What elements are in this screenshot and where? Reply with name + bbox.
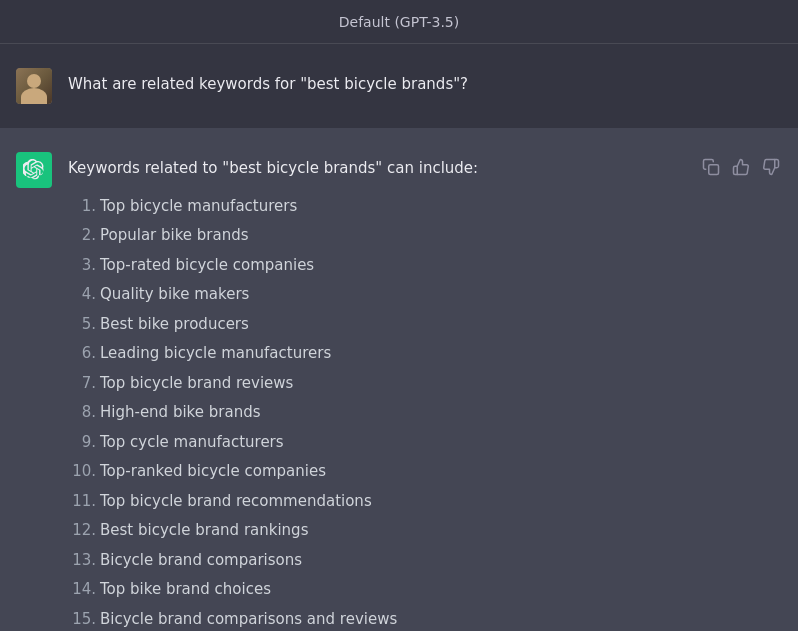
thumbs-up-icon	[732, 158, 750, 176]
header-bar: Default (GPT-3.5)	[0, 0, 798, 44]
list-item: 10.Top-ranked bicycle companies	[68, 459, 684, 485]
list-item-number: 5.	[68, 312, 96, 338]
list-item-text: Top-ranked bicycle companies	[100, 459, 326, 485]
list-item: 9.Top cycle manufacturers	[68, 430, 684, 456]
keyword-list: 1.Top bicycle manufacturers2.Popular bik…	[68, 194, 684, 632]
user-avatar	[16, 68, 52, 104]
list-item-number: 12.	[68, 518, 96, 544]
list-item: 6.Leading bicycle manufacturers	[68, 341, 684, 367]
list-item: 2.Popular bike brands	[68, 223, 684, 249]
user-message-row: What are related keywords for "best bicy…	[0, 44, 798, 128]
list-item-text: Top bicycle manufacturers	[100, 194, 297, 220]
list-item-text: Popular bike brands	[100, 223, 249, 249]
list-item-number: 13.	[68, 548, 96, 574]
list-item-number: 1.	[68, 194, 96, 220]
thumbs-up-button[interactable]	[730, 156, 752, 178]
thumbs-down-button[interactable]	[760, 156, 782, 178]
user-message-text: What are related keywords for "best bicy…	[68, 75, 468, 93]
list-item-number: 6.	[68, 341, 96, 367]
list-item-text: Leading bicycle manufacturers	[100, 341, 331, 367]
list-item-text: Best bicycle brand rankings	[100, 518, 308, 544]
list-item-text: Top bicycle brand reviews	[100, 371, 293, 397]
list-item: 8.High-end bike brands	[68, 400, 684, 426]
thumbs-down-icon	[762, 158, 780, 176]
list-item: 12.Best bicycle brand rankings	[68, 518, 684, 544]
list-item: 11.Top bicycle brand recommendations	[68, 489, 684, 515]
list-item-text: Top cycle manufacturers	[100, 430, 284, 456]
list-item-number: 15.	[68, 607, 96, 632]
list-item: 14.Top bike brand choices	[68, 577, 684, 603]
list-item-text: High-end bike brands	[100, 400, 260, 426]
list-item-number: 2.	[68, 223, 96, 249]
list-item-number: 10.	[68, 459, 96, 485]
list-item-number: 14.	[68, 577, 96, 603]
list-item-text: Bicycle brand comparisons and reviews	[100, 607, 397, 632]
list-item-text: Bicycle brand comparisons	[100, 548, 302, 574]
svg-rect-0	[709, 165, 719, 175]
assistant-message-row: Keywords related to "best bicycle brands…	[0, 128, 798, 631]
copy-icon	[702, 158, 720, 176]
list-item-text: Top-rated bicycle companies	[100, 253, 314, 279]
list-item-text: Top bike brand choices	[100, 577, 271, 603]
assistant-intro-text: Keywords related to "best bicycle brands…	[68, 156, 684, 182]
list-item-number: 3.	[68, 253, 96, 279]
list-item: 7.Top bicycle brand reviews	[68, 371, 684, 397]
list-item-number: 11.	[68, 489, 96, 515]
list-item: 4.Quality bike makers	[68, 282, 684, 308]
list-item-number: 7.	[68, 371, 96, 397]
list-item: 3.Top-rated bicycle companies	[68, 253, 684, 279]
model-label: Default (GPT-3.5)	[339, 14, 459, 30]
assistant-avatar	[16, 152, 52, 188]
list-item-text: Top bicycle brand recommendations	[100, 489, 372, 515]
list-item: 13.Bicycle brand comparisons	[68, 548, 684, 574]
assistant-message-content: Keywords related to "best bicycle brands…	[68, 152, 684, 631]
list-item-number: 8.	[68, 400, 96, 426]
list-item: 15.Bicycle brand comparisons and reviews	[68, 607, 684, 632]
list-item-number: 9.	[68, 430, 96, 456]
user-message-content: What are related keywords for "best bicy…	[68, 68, 782, 98]
list-item: 1.Top bicycle manufacturers	[68, 194, 684, 220]
list-item-number: 4.	[68, 282, 96, 308]
list-item-text: Best bike producers	[100, 312, 249, 338]
list-item: 5.Best bike producers	[68, 312, 684, 338]
copy-button[interactable]	[700, 156, 722, 178]
message-actions	[700, 152, 782, 178]
list-item-text: Quality bike makers	[100, 282, 249, 308]
openai-logo-icon	[23, 159, 45, 181]
